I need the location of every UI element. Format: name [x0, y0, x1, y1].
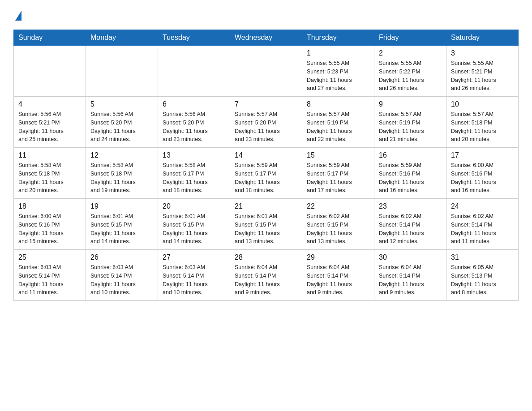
calendar-day-cell	[86, 46, 158, 97]
day-number: 2	[379, 49, 442, 57]
calendar-day-cell: 29Sunrise: 6:04 AMSunset: 5:14 PMDayligh…	[302, 250, 374, 301]
calendar-day-cell: 27Sunrise: 6:03 AMSunset: 5:14 PMDayligh…	[158, 250, 230, 301]
day-info: Sunrise: 6:04 AMSunset: 5:14 PMDaylight:…	[379, 263, 442, 297]
day-number: 13	[163, 151, 225, 159]
calendar-day-cell: 24Sunrise: 6:02 AMSunset: 5:14 PMDayligh…	[446, 199, 519, 250]
day-number: 23	[379, 202, 442, 210]
calendar-week-row: 1Sunrise: 5:55 AMSunset: 5:23 PMDaylight…	[14, 46, 519, 97]
day-number: 9	[379, 100, 442, 108]
calendar-day-cell: 14Sunrise: 5:59 AMSunset: 5:17 PMDayligh…	[230, 148, 302, 199]
day-info: Sunrise: 6:01 AMSunset: 5:15 PMDaylight:…	[90, 212, 153, 246]
day-of-week-header: Wednesday	[230, 30, 302, 46]
day-info: Sunrise: 6:02 AMSunset: 5:14 PMDaylight:…	[451, 212, 514, 246]
day-number: 17	[451, 151, 514, 159]
calendar-day-cell: 3Sunrise: 5:55 AMSunset: 5:21 PMDaylight…	[446, 46, 519, 97]
day-number: 24	[451, 202, 514, 210]
calendar-day-cell: 15Sunrise: 5:59 AMSunset: 5:17 PMDayligh…	[302, 148, 374, 199]
day-info: Sunrise: 5:58 AMSunset: 5:18 PMDaylight:…	[18, 161, 81, 195]
day-of-week-header: Tuesday	[158, 30, 230, 46]
calendar-week-row: 18Sunrise: 6:00 AMSunset: 5:16 PMDayligh…	[14, 199, 519, 250]
day-info: Sunrise: 6:05 AMSunset: 5:13 PMDaylight:…	[451, 263, 514, 297]
day-of-week-header: Monday	[86, 30, 158, 46]
calendar-day-cell: 9Sunrise: 5:57 AMSunset: 5:19 PMDaylight…	[374, 97, 446, 148]
day-info: Sunrise: 5:56 AMSunset: 5:21 PMDaylight:…	[18, 110, 81, 144]
day-of-week-header: Friday	[374, 30, 446, 46]
day-info: Sunrise: 5:57 AMSunset: 5:19 PMDaylight:…	[379, 110, 442, 144]
day-number: 27	[163, 253, 225, 261]
calendar-day-cell: 10Sunrise: 5:57 AMSunset: 5:18 PMDayligh…	[446, 97, 519, 148]
day-number: 12	[90, 151, 153, 159]
calendar-day-cell: 18Sunrise: 6:00 AMSunset: 5:16 PMDayligh…	[14, 199, 86, 250]
calendar-day-cell: 16Sunrise: 5:59 AMSunset: 5:16 PMDayligh…	[374, 148, 446, 199]
day-number: 28	[235, 253, 297, 261]
day-info: Sunrise: 5:55 AMSunset: 5:21 PMDaylight:…	[451, 59, 514, 93]
calendar-day-cell: 25Sunrise: 6:03 AMSunset: 5:14 PMDayligh…	[14, 250, 86, 301]
day-number: 21	[235, 202, 297, 210]
calendar-day-cell	[158, 46, 230, 97]
day-info: Sunrise: 5:56 AMSunset: 5:20 PMDaylight:…	[163, 110, 225, 144]
calendar-day-cell: 12Sunrise: 5:58 AMSunset: 5:18 PMDayligh…	[86, 148, 158, 199]
day-number: 14	[235, 151, 297, 159]
calendar-header-row: SundayMondayTuesdayWednesdayThursdayFrid…	[14, 30, 519, 46]
calendar-day-cell: 13Sunrise: 5:58 AMSunset: 5:17 PMDayligh…	[158, 148, 230, 199]
calendar-day-cell	[14, 46, 86, 97]
day-info: Sunrise: 6:02 AMSunset: 5:14 PMDaylight:…	[379, 212, 442, 246]
day-number: 6	[163, 100, 225, 108]
calendar-day-cell	[230, 46, 302, 97]
day-number: 29	[307, 253, 369, 261]
calendar-day-cell: 20Sunrise: 6:01 AMSunset: 5:15 PMDayligh…	[158, 199, 230, 250]
calendar-day-cell: 26Sunrise: 6:03 AMSunset: 5:14 PMDayligh…	[86, 250, 158, 301]
day-number: 5	[90, 100, 153, 108]
day-number: 20	[163, 202, 225, 210]
calendar-table: SundayMondayTuesdayWednesdayThursdayFrid…	[13, 30, 519, 301]
day-info: Sunrise: 5:57 AMSunset: 5:18 PMDaylight:…	[451, 110, 514, 144]
day-number: 7	[235, 100, 297, 108]
logo	[13, 9, 22, 21]
day-number: 26	[90, 253, 153, 261]
day-info: Sunrise: 5:59 AMSunset: 5:17 PMDaylight:…	[307, 161, 369, 195]
calendar-day-cell: 4Sunrise: 5:56 AMSunset: 5:21 PMDaylight…	[14, 97, 86, 148]
calendar-day-cell: 28Sunrise: 6:04 AMSunset: 5:14 PMDayligh…	[230, 250, 302, 301]
day-number: 19	[90, 202, 153, 210]
day-number: 25	[18, 253, 81, 261]
calendar-day-cell: 8Sunrise: 5:57 AMSunset: 5:19 PMDaylight…	[302, 97, 374, 148]
day-info: Sunrise: 6:04 AMSunset: 5:14 PMDaylight:…	[235, 263, 297, 297]
day-info: Sunrise: 6:00 AMSunset: 5:16 PMDaylight:…	[18, 212, 81, 246]
day-number: 1	[307, 49, 369, 57]
calendar-day-cell: 2Sunrise: 5:55 AMSunset: 5:22 PMDaylight…	[374, 46, 446, 97]
day-number: 31	[451, 253, 514, 261]
logo-triangle-icon	[15, 11, 21, 21]
day-number: 16	[379, 151, 442, 159]
calendar-week-row: 25Sunrise: 6:03 AMSunset: 5:14 PMDayligh…	[14, 250, 519, 301]
day-info: Sunrise: 6:01 AMSunset: 5:15 PMDaylight:…	[163, 212, 225, 246]
day-number: 4	[18, 100, 81, 108]
day-info: Sunrise: 5:55 AMSunset: 5:22 PMDaylight:…	[379, 59, 442, 93]
page-header	[13, 9, 519, 21]
day-info: Sunrise: 6:01 AMSunset: 5:15 PMDaylight:…	[235, 212, 297, 246]
day-info: Sunrise: 5:56 AMSunset: 5:20 PMDaylight:…	[90, 110, 153, 144]
day-info: Sunrise: 6:04 AMSunset: 5:14 PMDaylight:…	[307, 263, 369, 297]
calendar-day-cell: 7Sunrise: 5:57 AMSunset: 5:20 PMDaylight…	[230, 97, 302, 148]
day-info: Sunrise: 6:03 AMSunset: 5:14 PMDaylight:…	[90, 263, 153, 297]
day-info: Sunrise: 5:59 AMSunset: 5:16 PMDaylight:…	[379, 161, 442, 195]
calendar-day-cell: 21Sunrise: 6:01 AMSunset: 5:15 PMDayligh…	[230, 199, 302, 250]
day-info: Sunrise: 5:57 AMSunset: 5:20 PMDaylight:…	[235, 110, 297, 144]
day-of-week-header: Saturday	[446, 30, 519, 46]
day-info: Sunrise: 6:02 AMSunset: 5:15 PMDaylight:…	[307, 212, 369, 246]
calendar-day-cell: 23Sunrise: 6:02 AMSunset: 5:14 PMDayligh…	[374, 199, 446, 250]
day-number: 30	[379, 253, 442, 261]
calendar-day-cell: 11Sunrise: 5:58 AMSunset: 5:18 PMDayligh…	[14, 148, 86, 199]
day-number: 15	[307, 151, 369, 159]
day-number: 22	[307, 202, 369, 210]
calendar-day-cell: 19Sunrise: 6:01 AMSunset: 5:15 PMDayligh…	[86, 199, 158, 250]
calendar-day-cell: 22Sunrise: 6:02 AMSunset: 5:15 PMDayligh…	[302, 199, 374, 250]
calendar-week-row: 4Sunrise: 5:56 AMSunset: 5:21 PMDaylight…	[14, 97, 519, 148]
calendar-day-cell: 30Sunrise: 6:04 AMSunset: 5:14 PMDayligh…	[374, 250, 446, 301]
calendar-day-cell: 5Sunrise: 5:56 AMSunset: 5:20 PMDaylight…	[86, 97, 158, 148]
day-of-week-header: Thursday	[302, 30, 374, 46]
day-info: Sunrise: 5:58 AMSunset: 5:17 PMDaylight:…	[163, 161, 225, 195]
day-info: Sunrise: 5:57 AMSunset: 5:19 PMDaylight:…	[307, 110, 369, 144]
calendar-day-cell: 6Sunrise: 5:56 AMSunset: 5:20 PMDaylight…	[158, 97, 230, 148]
calendar-day-cell: 31Sunrise: 6:05 AMSunset: 5:13 PMDayligh…	[446, 250, 519, 301]
day-number: 3	[451, 49, 514, 57]
